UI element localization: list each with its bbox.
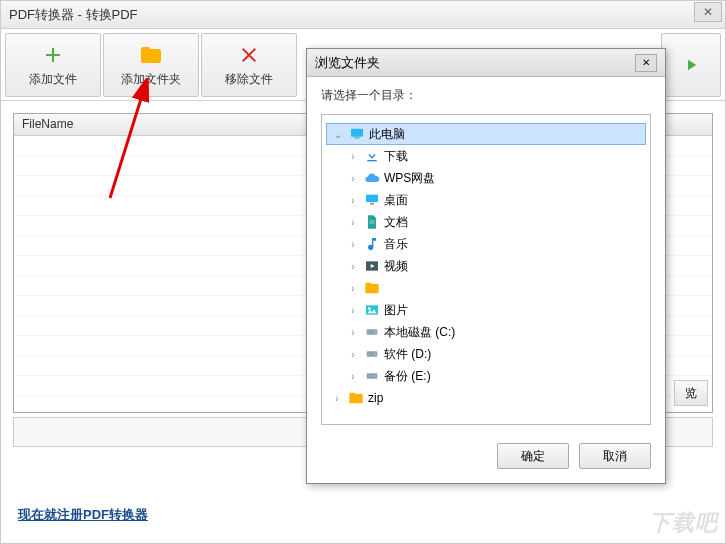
tree-item-label: 下载 — [384, 148, 408, 165]
tree-item-label: 软件 (D:) — [384, 346, 431, 363]
tree-item-label: 图片 — [384, 302, 408, 319]
play-icon — [682, 56, 700, 74]
tree-item-label: WPS网盘 — [384, 170, 435, 187]
cancel-button[interactable]: 取消 — [579, 443, 651, 469]
ok-button[interactable]: 确定 — [497, 443, 569, 469]
add-file-label: 添加文件 — [29, 71, 77, 88]
tree-item[interactable]: ›软件 (D:) — [326, 343, 646, 365]
chevron-right-icon[interactable]: › — [346, 195, 360, 206]
svg-rect-2 — [354, 137, 359, 138]
chevron-right-icon[interactable]: › — [346, 327, 360, 338]
folder-icon — [364, 280, 380, 296]
tree-item[interactable]: ›音乐 — [326, 233, 646, 255]
tree-item-label: 文档 — [384, 214, 408, 231]
chevron-right-icon[interactable]: › — [346, 371, 360, 382]
add-folder-button[interactable]: 添加文件夹 — [103, 33, 199, 97]
tree-item-label: 此电脑 — [369, 126, 405, 143]
dialog-close-button[interactable]: ✕ — [635, 54, 657, 72]
svg-point-8 — [368, 307, 371, 310]
tree-item[interactable]: ›下载 — [326, 145, 646, 167]
chevron-down-icon[interactable]: ⌄ — [331, 129, 345, 140]
cloud-icon — [364, 170, 380, 186]
music-icon — [364, 236, 380, 252]
toolbar-right-button[interactable] — [661, 33, 721, 97]
titlebar: PDF转换器 - 转换PDF ✕ — [1, 1, 725, 29]
dialog-title: 浏览文件夹 — [315, 54, 380, 72]
svg-rect-1 — [351, 129, 363, 137]
folder-icon — [139, 43, 163, 67]
chevron-right-icon[interactable]: › — [346, 151, 360, 162]
chevron-right-icon[interactable]: › — [346, 239, 360, 250]
download-icon — [364, 148, 380, 164]
window-close-button[interactable]: ✕ — [694, 2, 722, 22]
desktop-icon — [364, 192, 380, 208]
tree-item[interactable]: ›WPS网盘 — [326, 167, 646, 189]
tree-item[interactable]: › — [326, 277, 646, 299]
browse-button-partial[interactable]: 览 — [674, 380, 708, 406]
plus-icon — [41, 43, 65, 67]
dialog-prompt: 请选择一个目录： — [307, 77, 665, 114]
tree-item-label: 视频 — [384, 258, 408, 275]
tree-item-label: zip — [368, 391, 383, 405]
folder-icon — [348, 390, 364, 406]
svg-rect-4 — [366, 195, 378, 202]
tree-item-label: 本地磁盘 (C:) — [384, 324, 455, 341]
svg-point-12 — [375, 353, 376, 354]
disk-icon — [364, 368, 380, 384]
svg-rect-5 — [370, 203, 374, 205]
tree-item[interactable]: ›本地磁盘 (C:) — [326, 321, 646, 343]
svg-point-14 — [375, 375, 376, 376]
tree-item[interactable]: ›视频 — [326, 255, 646, 277]
dialog-buttons: 确定 取消 — [307, 433, 665, 483]
tree-item[interactable]: ›备份 (E:) — [326, 365, 646, 387]
chevron-right-icon[interactable]: › — [346, 305, 360, 316]
tree-item[interactable]: ›图片 — [326, 299, 646, 321]
chevron-right-icon[interactable]: › — [346, 217, 360, 228]
add-file-button[interactable]: 添加文件 — [5, 33, 101, 97]
tree-item-label: 音乐 — [384, 236, 408, 253]
window-title: PDF转换器 - 转换PDF — [9, 6, 138, 24]
tree-item-label: 备份 (E:) — [384, 368, 431, 385]
document-icon — [364, 214, 380, 230]
delete-icon — [237, 43, 261, 67]
chevron-right-icon[interactable]: › — [330, 393, 344, 404]
tree-item[interactable]: ›文档 — [326, 211, 646, 233]
chevron-right-icon[interactable]: › — [346, 283, 360, 294]
disk-icon — [364, 346, 380, 362]
tree-item-label: 桌面 — [384, 192, 408, 209]
picture-icon — [364, 302, 380, 318]
chevron-right-icon[interactable]: › — [346, 261, 360, 272]
add-folder-label: 添加文件夹 — [121, 71, 181, 88]
remove-file-label: 移除文件 — [225, 71, 273, 88]
svg-rect-3 — [367, 160, 376, 161]
tree-item[interactable]: ›桌面 — [326, 189, 646, 211]
computer-icon — [349, 126, 365, 142]
dialog-titlebar: 浏览文件夹 ✕ — [307, 49, 665, 77]
chevron-right-icon[interactable]: › — [346, 173, 360, 184]
svg-point-10 — [375, 331, 376, 332]
folder-tree[interactable]: ⌄此电脑›下载›WPS网盘›桌面›文档›音乐›视频››图片›本地磁盘 (C:)›… — [321, 114, 651, 425]
register-link[interactable]: 现在就注册PDF转换器 — [18, 506, 148, 524]
tree-item[interactable]: ›zip — [326, 387, 646, 409]
video-icon — [364, 258, 380, 274]
tree-item[interactable]: ⌄此电脑 — [326, 123, 646, 145]
disk-icon — [364, 324, 380, 340]
chevron-right-icon[interactable]: › — [346, 349, 360, 360]
browse-folder-dialog: 浏览文件夹 ✕ 请选择一个目录： ⌄此电脑›下载›WPS网盘›桌面›文档›音乐›… — [306, 48, 666, 484]
remove-file-button[interactable]: 移除文件 — [201, 33, 297, 97]
